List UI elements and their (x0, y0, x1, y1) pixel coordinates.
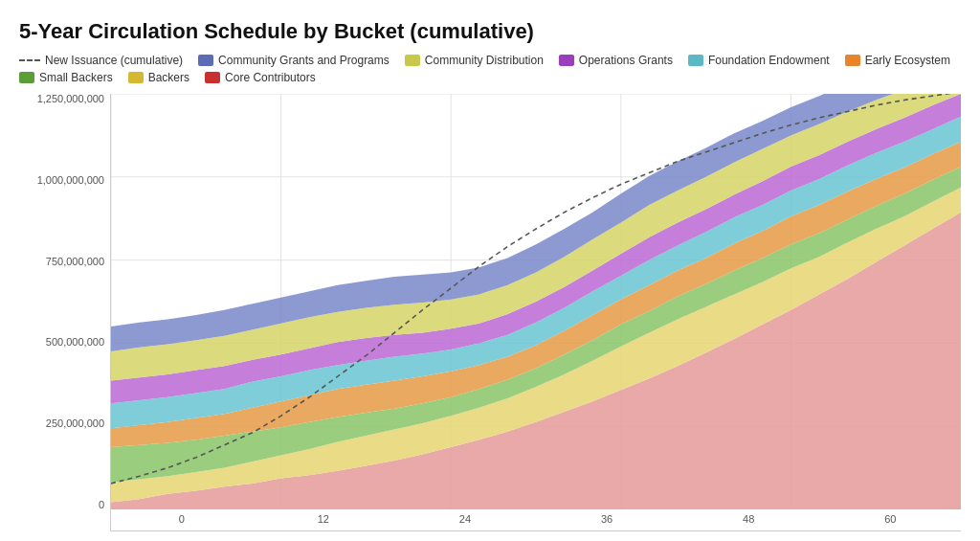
chart-title: 5-Year Circulation Schedule by Bucket (c… (19, 19, 961, 44)
x-label-12: 12 (253, 509, 393, 530)
legend-item-community-grants: Community Grants and Programs (198, 54, 390, 67)
legend-label-community-distribution: Community Distribution (425, 54, 544, 67)
legend-label-core-contributors: Core Contributors (225, 71, 316, 84)
legend-label-early-ecosystem: Early Ecosystem (865, 54, 950, 67)
x-label-24: 24 (394, 509, 535, 530)
y-axis: 1,250,000,000 1,000,000,000 750,000,000 … (19, 94, 110, 531)
legend-label-backers: Backers (148, 71, 189, 84)
y-label-2: 500,000,000 (46, 337, 104, 348)
legend-item-core-contributors: Core Contributors (205, 71, 316, 84)
legend: New Issuance (cumulative) Community Gran… (19, 54, 961, 84)
chart-svg (111, 94, 961, 509)
new-issuance-icon (19, 59, 40, 61)
community-distribution-icon (405, 55, 420, 66)
y-label-5: 1,250,000,000 (37, 94, 104, 104)
legend-item-new-issuance: New Issuance (cumulative) (19, 54, 183, 67)
legend-label-foundation-endowment: Foundation Endowment (708, 54, 830, 67)
chart-area: 1,250,000,000 1,000,000,000 750,000,000 … (19, 94, 961, 531)
y-label-3: 750,000,000 (46, 257, 104, 267)
legend-label-small-backers: Small Backers (39, 71, 113, 84)
small-backers-icon (19, 72, 34, 83)
legend-label-new-issuance: New Issuance (cumulative) (45, 54, 183, 67)
legend-item-backers: Backers (128, 71, 189, 84)
legend-item-operations-grants: Operations Grants (559, 54, 673, 67)
y-label-0: 0 (99, 500, 104, 510)
legend-item-early-ecosystem: Early Ecosystem (845, 54, 950, 67)
y-label-4: 1,000,000,000 (37, 175, 104, 186)
x-label-0: 0 (111, 509, 252, 530)
legend-item-community-distribution: Community Distribution (405, 54, 544, 67)
chart-container: 5-Year Circulation Schedule by Bucket (c… (0, 0, 980, 541)
x-label-48: 48 (678, 509, 818, 530)
x-label-36: 36 (536, 509, 677, 530)
backers-icon (128, 72, 144, 83)
legend-label-operations-grants: Operations Grants (579, 54, 673, 67)
legend-item-foundation-endowment: Foundation Endowment (688, 54, 830, 67)
early-ecosystem-icon (845, 55, 860, 66)
x-label-60: 60 (820, 509, 961, 530)
y-label-1: 250,000,000 (46, 418, 104, 429)
chart-plot: 0 12 24 36 48 60 (110, 94, 961, 531)
community-grants-icon (198, 55, 213, 66)
legend-item-small-backers: Small Backers (19, 71, 113, 84)
legend-label-community-grants: Community Grants and Programs (218, 54, 390, 67)
core-contributors-icon (205, 72, 220, 83)
operations-grants-icon (559, 55, 574, 66)
x-axis: 0 12 24 36 48 60 (111, 509, 961, 530)
foundation-endowment-icon (688, 55, 703, 66)
